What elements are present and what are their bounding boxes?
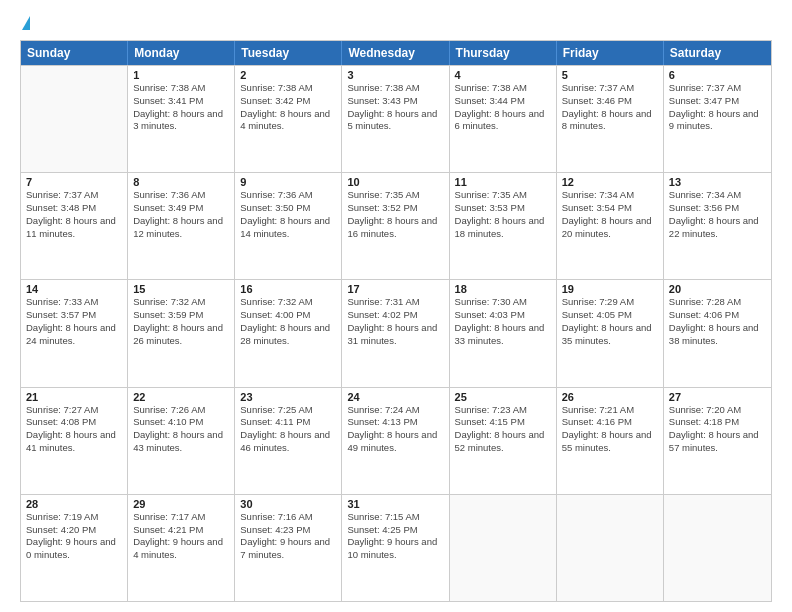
day-number: 18	[455, 283, 551, 295]
day-info: Sunrise: 7:23 AM Sunset: 4:15 PM Dayligh…	[455, 404, 551, 455]
calendar-cell: 1Sunrise: 7:38 AM Sunset: 3:41 PM Daylig…	[128, 66, 235, 172]
logo-triangle-icon	[22, 16, 30, 30]
calendar-cell: 13Sunrise: 7:34 AM Sunset: 3:56 PM Dayli…	[664, 173, 771, 279]
calendar-cell: 16Sunrise: 7:32 AM Sunset: 4:00 PM Dayli…	[235, 280, 342, 386]
day-info: Sunrise: 7:35 AM Sunset: 3:53 PM Dayligh…	[455, 189, 551, 240]
day-number: 10	[347, 176, 443, 188]
header	[20, 16, 772, 32]
calendar-cell	[664, 495, 771, 601]
calendar-cell: 17Sunrise: 7:31 AM Sunset: 4:02 PM Dayli…	[342, 280, 449, 386]
day-info: Sunrise: 7:17 AM Sunset: 4:21 PM Dayligh…	[133, 511, 229, 562]
day-number: 4	[455, 69, 551, 81]
day-info: Sunrise: 7:38 AM Sunset: 3:41 PM Dayligh…	[133, 82, 229, 133]
calendar-cell: 12Sunrise: 7:34 AM Sunset: 3:54 PM Dayli…	[557, 173, 664, 279]
calendar-cell: 8Sunrise: 7:36 AM Sunset: 3:49 PM Daylig…	[128, 173, 235, 279]
day-number: 5	[562, 69, 658, 81]
day-info: Sunrise: 7:35 AM Sunset: 3:52 PM Dayligh…	[347, 189, 443, 240]
day-info: Sunrise: 7:27 AM Sunset: 4:08 PM Dayligh…	[26, 404, 122, 455]
day-number: 22	[133, 391, 229, 403]
header-day-sunday: Sunday	[21, 41, 128, 65]
day-number: 9	[240, 176, 336, 188]
calendar-cell: 11Sunrise: 7:35 AM Sunset: 3:53 PM Dayli…	[450, 173, 557, 279]
calendar-week-1: 1Sunrise: 7:38 AM Sunset: 3:41 PM Daylig…	[21, 65, 771, 172]
calendar-cell: 18Sunrise: 7:30 AM Sunset: 4:03 PM Dayli…	[450, 280, 557, 386]
day-info: Sunrise: 7:33 AM Sunset: 3:57 PM Dayligh…	[26, 296, 122, 347]
day-number: 14	[26, 283, 122, 295]
day-number: 16	[240, 283, 336, 295]
calendar-cell: 22Sunrise: 7:26 AM Sunset: 4:10 PM Dayli…	[128, 388, 235, 494]
calendar-cell: 10Sunrise: 7:35 AM Sunset: 3:52 PM Dayli…	[342, 173, 449, 279]
calendar-cell: 31Sunrise: 7:15 AM Sunset: 4:25 PM Dayli…	[342, 495, 449, 601]
logo	[20, 16, 30, 32]
header-day-thursday: Thursday	[450, 41, 557, 65]
day-info: Sunrise: 7:36 AM Sunset: 3:49 PM Dayligh…	[133, 189, 229, 240]
day-info: Sunrise: 7:37 AM Sunset: 3:46 PM Dayligh…	[562, 82, 658, 133]
day-number: 20	[669, 283, 766, 295]
day-info: Sunrise: 7:38 AM Sunset: 3:44 PM Dayligh…	[455, 82, 551, 133]
calendar-cell: 2Sunrise: 7:38 AM Sunset: 3:42 PM Daylig…	[235, 66, 342, 172]
header-day-monday: Monday	[128, 41, 235, 65]
calendar-cell: 29Sunrise: 7:17 AM Sunset: 4:21 PM Dayli…	[128, 495, 235, 601]
calendar-cell: 25Sunrise: 7:23 AM Sunset: 4:15 PM Dayli…	[450, 388, 557, 494]
day-number: 6	[669, 69, 766, 81]
calendar-cell	[21, 66, 128, 172]
calendar-cell: 7Sunrise: 7:37 AM Sunset: 3:48 PM Daylig…	[21, 173, 128, 279]
calendar-week-3: 14Sunrise: 7:33 AM Sunset: 3:57 PM Dayli…	[21, 279, 771, 386]
day-number: 23	[240, 391, 336, 403]
day-number: 15	[133, 283, 229, 295]
calendar-cell: 9Sunrise: 7:36 AM Sunset: 3:50 PM Daylig…	[235, 173, 342, 279]
calendar-week-4: 21Sunrise: 7:27 AM Sunset: 4:08 PM Dayli…	[21, 387, 771, 494]
day-number: 12	[562, 176, 658, 188]
day-info: Sunrise: 7:15 AM Sunset: 4:25 PM Dayligh…	[347, 511, 443, 562]
day-number: 30	[240, 498, 336, 510]
header-day-saturday: Saturday	[664, 41, 771, 65]
day-info: Sunrise: 7:25 AM Sunset: 4:11 PM Dayligh…	[240, 404, 336, 455]
day-number: 25	[455, 391, 551, 403]
calendar-cell: 6Sunrise: 7:37 AM Sunset: 3:47 PM Daylig…	[664, 66, 771, 172]
calendar-week-2: 7Sunrise: 7:37 AM Sunset: 3:48 PM Daylig…	[21, 172, 771, 279]
calendar-cell	[450, 495, 557, 601]
calendar-cell: 19Sunrise: 7:29 AM Sunset: 4:05 PM Dayli…	[557, 280, 664, 386]
day-info: Sunrise: 7:38 AM Sunset: 3:42 PM Dayligh…	[240, 82, 336, 133]
calendar-header: SundayMondayTuesdayWednesdayThursdayFrid…	[21, 41, 771, 65]
calendar-cell: 26Sunrise: 7:21 AM Sunset: 4:16 PM Dayli…	[557, 388, 664, 494]
day-number: 8	[133, 176, 229, 188]
day-info: Sunrise: 7:30 AM Sunset: 4:03 PM Dayligh…	[455, 296, 551, 347]
day-info: Sunrise: 7:29 AM Sunset: 4:05 PM Dayligh…	[562, 296, 658, 347]
calendar: SundayMondayTuesdayWednesdayThursdayFrid…	[20, 40, 772, 602]
day-number: 28	[26, 498, 122, 510]
day-number: 2	[240, 69, 336, 81]
day-number: 27	[669, 391, 766, 403]
day-info: Sunrise: 7:31 AM Sunset: 4:02 PM Dayligh…	[347, 296, 443, 347]
calendar-cell: 20Sunrise: 7:28 AM Sunset: 4:06 PM Dayli…	[664, 280, 771, 386]
day-number: 24	[347, 391, 443, 403]
day-number: 13	[669, 176, 766, 188]
day-number: 29	[133, 498, 229, 510]
day-info: Sunrise: 7:20 AM Sunset: 4:18 PM Dayligh…	[669, 404, 766, 455]
calendar-cell: 23Sunrise: 7:25 AM Sunset: 4:11 PM Dayli…	[235, 388, 342, 494]
day-info: Sunrise: 7:24 AM Sunset: 4:13 PM Dayligh…	[347, 404, 443, 455]
day-info: Sunrise: 7:32 AM Sunset: 3:59 PM Dayligh…	[133, 296, 229, 347]
header-day-friday: Friday	[557, 41, 664, 65]
calendar-cell: 28Sunrise: 7:19 AM Sunset: 4:20 PM Dayli…	[21, 495, 128, 601]
day-info: Sunrise: 7:34 AM Sunset: 3:56 PM Dayligh…	[669, 189, 766, 240]
calendar-body: 1Sunrise: 7:38 AM Sunset: 3:41 PM Daylig…	[21, 65, 771, 601]
calendar-cell	[557, 495, 664, 601]
header-day-wednesday: Wednesday	[342, 41, 449, 65]
page: SundayMondayTuesdayWednesdayThursdayFrid…	[0, 0, 792, 612]
day-info: Sunrise: 7:38 AM Sunset: 3:43 PM Dayligh…	[347, 82, 443, 133]
day-number: 1	[133, 69, 229, 81]
day-info: Sunrise: 7:19 AM Sunset: 4:20 PM Dayligh…	[26, 511, 122, 562]
day-number: 31	[347, 498, 443, 510]
day-info: Sunrise: 7:37 AM Sunset: 3:47 PM Dayligh…	[669, 82, 766, 133]
day-info: Sunrise: 7:28 AM Sunset: 4:06 PM Dayligh…	[669, 296, 766, 347]
calendar-cell: 21Sunrise: 7:27 AM Sunset: 4:08 PM Dayli…	[21, 388, 128, 494]
calendar-week-5: 28Sunrise: 7:19 AM Sunset: 4:20 PM Dayli…	[21, 494, 771, 601]
calendar-cell: 30Sunrise: 7:16 AM Sunset: 4:23 PM Dayli…	[235, 495, 342, 601]
day-info: Sunrise: 7:16 AM Sunset: 4:23 PM Dayligh…	[240, 511, 336, 562]
day-info: Sunrise: 7:34 AM Sunset: 3:54 PM Dayligh…	[562, 189, 658, 240]
day-number: 26	[562, 391, 658, 403]
calendar-cell: 3Sunrise: 7:38 AM Sunset: 3:43 PM Daylig…	[342, 66, 449, 172]
calendar-cell: 27Sunrise: 7:20 AM Sunset: 4:18 PM Dayli…	[664, 388, 771, 494]
calendar-cell: 4Sunrise: 7:38 AM Sunset: 3:44 PM Daylig…	[450, 66, 557, 172]
